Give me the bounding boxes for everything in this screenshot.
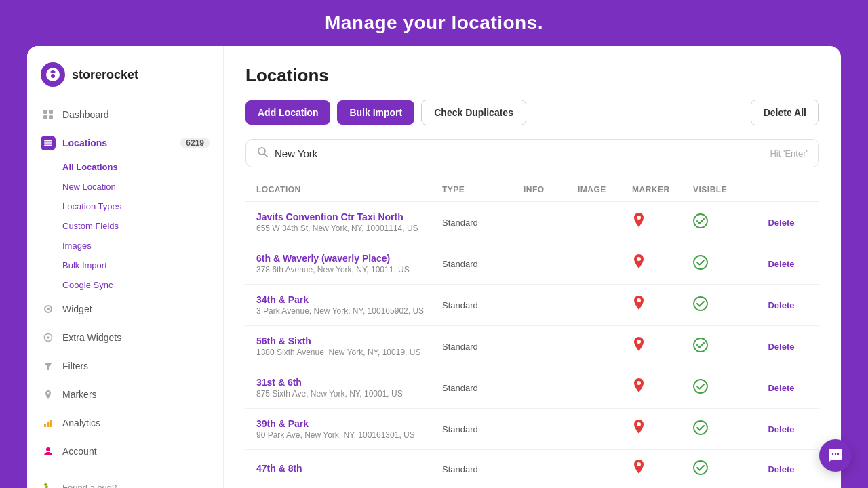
top-banner: Manage your locations. xyxy=(0,0,868,46)
location-name[interactable]: 47th & 8th xyxy=(256,463,442,474)
location-cell: 56th & Sixth 1380 Sixth Avenue, New York… xyxy=(256,336,442,357)
svg-rect-15 xyxy=(47,422,50,427)
svg-point-20 xyxy=(637,216,641,220)
svg-point-17 xyxy=(46,447,50,451)
location-type: Standard xyxy=(442,342,524,352)
found-bug-item[interactable]: 🐛 Found a bug? xyxy=(27,473,223,488)
location-address: 90 Park Ave, New York, NY, 100161301, US xyxy=(256,430,442,440)
table-row: 34th & Park 3 Park Avenue, New York, NY,… xyxy=(245,285,819,326)
delete-button[interactable]: Delete xyxy=(754,383,808,393)
location-name[interactable]: 39th & Park xyxy=(256,418,442,429)
analytics-label: Analytics xyxy=(62,418,100,428)
location-name[interactable]: 34th & Park xyxy=(256,294,442,305)
delete-button[interactable]: Delete xyxy=(754,300,808,310)
location-type: Standard xyxy=(442,300,524,310)
delete-button[interactable]: Delete xyxy=(754,218,808,228)
visible-cell xyxy=(693,255,754,272)
subnav-new-location[interactable]: New Location xyxy=(27,177,223,197)
chat-button[interactable] xyxy=(819,439,852,472)
marker-cell xyxy=(632,213,693,232)
col-location: LOCATION xyxy=(256,185,442,195)
bulk-import-button[interactable]: Bulk Import xyxy=(337,100,414,125)
location-address: 875 Sixth Ave, New York, NY, 10001, US xyxy=(256,389,442,399)
sidebar-item-locations[interactable]: Locations 6219 xyxy=(27,129,223,157)
location-cell: 34th & Park 3 Park Avenue, New York, NY,… xyxy=(256,294,442,316)
table-rows: Javits Convention Ctr Taxi North 655 W 3… xyxy=(245,202,819,488)
logo-icon xyxy=(41,62,65,87)
location-address: 3 Park Avenue, New York, NY, 100165902, … xyxy=(256,306,442,316)
sidebar-bottom: 🐛 Found a bug? ❓ Feature Requests xyxy=(27,466,223,488)
location-cell: 47th & 8th xyxy=(256,463,442,475)
col-info: INFO xyxy=(524,185,578,195)
location-cell: 39th & Park 90 Park Ave, New York, NY, 1… xyxy=(256,418,442,440)
subnav-google-sync[interactable]: Google Sync xyxy=(27,275,223,295)
bug-icon: 🐛 xyxy=(41,480,56,488)
svg-point-23 xyxy=(694,256,707,269)
extra-widgets-label: Extra Widgets xyxy=(62,332,121,343)
add-location-button[interactable]: Add Location xyxy=(245,100,330,125)
svg-point-13 xyxy=(47,392,50,394)
sidebar-item-dashboard[interactable]: Dashboard xyxy=(27,100,223,129)
svg-point-30 xyxy=(637,422,641,426)
subnav-location-types[interactable]: Location Types xyxy=(27,197,223,216)
location-name[interactable]: 31st & 6th xyxy=(256,377,442,388)
search-bar: Hit 'Enter' xyxy=(245,139,819,167)
svg-point-36 xyxy=(837,453,839,455)
marker-cell xyxy=(632,296,693,314)
widget-label: Widget xyxy=(62,304,92,314)
delete-button[interactable]: Delete xyxy=(754,464,808,474)
table-row: Javits Convention Ctr Taxi North 655 W 3… xyxy=(245,202,819,243)
page-title: Locations xyxy=(245,65,819,86)
svg-rect-2 xyxy=(43,110,47,114)
svg-marker-12 xyxy=(44,363,52,370)
locations-subnav: All Locations New Location Location Type… xyxy=(27,157,223,295)
sidebar-item-account[interactable]: Account xyxy=(27,437,223,466)
account-label: Account xyxy=(62,446,97,457)
location-name[interactable]: 6th & Waverly (waverly Place) xyxy=(256,253,442,264)
location-cell: 6th & Waverly (waverly Place) 378 6th Av… xyxy=(256,253,442,274)
svg-rect-16 xyxy=(50,420,52,427)
marker-cell xyxy=(632,460,693,479)
subnav-images[interactable]: Images xyxy=(27,236,223,256)
svg-point-28 xyxy=(637,381,641,385)
filters-label: Filters xyxy=(62,361,88,371)
svg-rect-3 xyxy=(49,110,53,114)
marker-cell xyxy=(632,378,693,397)
sidebar: storerocket Dashboard xyxy=(27,46,224,488)
sidebar-item-extra-widgets[interactable]: Extra Widgets xyxy=(27,323,223,352)
svg-rect-8 xyxy=(44,145,52,146)
check-duplicates-button[interactable]: Check Duplicates xyxy=(421,100,526,125)
svg-point-25 xyxy=(694,297,707,310)
search-input[interactable] xyxy=(275,148,770,159)
sidebar-item-widget[interactable]: Widget xyxy=(27,295,223,323)
location-cell: Javits Convention Ctr Taxi North 655 W 3… xyxy=(256,211,442,233)
delete-all-button[interactable]: Delete All xyxy=(751,100,819,125)
col-actions xyxy=(754,185,808,195)
location-type: Standard xyxy=(442,383,524,393)
svg-point-33 xyxy=(694,461,707,474)
delete-button[interactable]: Delete xyxy=(754,259,808,269)
sidebar-item-filters[interactable]: Filters xyxy=(27,352,223,380)
svg-point-24 xyxy=(637,298,641,302)
locations-icon xyxy=(41,136,56,150)
col-type: TYPE xyxy=(442,185,524,195)
subnav-all-locations[interactable]: All Locations xyxy=(27,157,223,177)
location-name[interactable]: Javits Convention Ctr Taxi North xyxy=(256,211,442,222)
extra-widgets-icon xyxy=(41,330,56,345)
marker-cell xyxy=(632,254,693,273)
filters-icon xyxy=(41,359,56,373)
location-name[interactable]: 56th & Sixth xyxy=(256,336,442,346)
subnav-custom-fields[interactable]: Custom Fields xyxy=(27,216,223,236)
sidebar-item-markers[interactable]: Markers xyxy=(27,380,223,409)
svg-rect-14 xyxy=(44,424,46,427)
delete-button[interactable]: Delete xyxy=(754,424,808,434)
delete-button[interactable]: Delete xyxy=(754,342,808,352)
svg-point-10 xyxy=(47,308,50,310)
sidebar-item-analytics[interactable]: Analytics xyxy=(27,409,223,437)
account-icon xyxy=(41,444,56,459)
marker-cell xyxy=(632,337,693,356)
table-row: 47th & 8th Standard Delete xyxy=(245,450,819,488)
svg-point-32 xyxy=(637,462,641,466)
subnav-bulk-import[interactable]: Bulk Import xyxy=(27,256,223,275)
main-content: Locations Add Location Bulk Import Check… xyxy=(224,46,841,488)
